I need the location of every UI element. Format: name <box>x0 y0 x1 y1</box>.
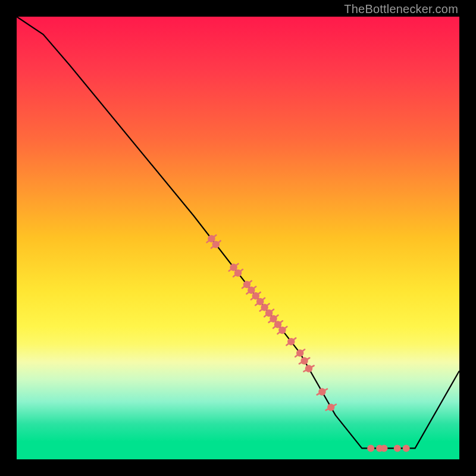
data-point-tick <box>236 264 239 266</box>
data-point-tick <box>273 326 276 328</box>
data-point-tick <box>278 331 281 334</box>
data-point <box>318 388 325 395</box>
data-point <box>367 444 374 452</box>
data-point-tick <box>286 343 289 346</box>
data-point-tick <box>255 303 258 305</box>
data-point-tick <box>211 246 214 248</box>
data-point-tick <box>242 286 245 289</box>
data-point-tick <box>271 309 274 312</box>
data-point-tick <box>302 349 305 352</box>
data-point-tick <box>249 281 252 283</box>
data-point <box>327 403 334 411</box>
chart-plot-area <box>17 17 459 459</box>
data-point-tick <box>333 405 336 406</box>
chart-stage: TheBottlenecker.com <box>0 0 476 476</box>
data-point <box>394 444 401 452</box>
data-point-tick <box>229 269 232 271</box>
data-point-tick <box>260 309 263 311</box>
data-point-tick <box>207 240 210 243</box>
data-point-tick <box>267 303 270 306</box>
data-point-tick <box>240 270 243 272</box>
bottleneck-curve <box>17 17 459 448</box>
slope-marker-group <box>207 235 336 411</box>
data-point-tick <box>264 315 267 317</box>
data-point-tick <box>280 321 283 323</box>
data-point-tick <box>253 287 256 289</box>
data-point <box>305 365 312 372</box>
data-point <box>300 357 308 364</box>
data-point-tick <box>295 355 298 357</box>
data-point-tick <box>275 315 278 318</box>
data-point-tick <box>293 338 296 340</box>
curve-layer <box>17 17 459 448</box>
data-point-tick <box>306 358 309 360</box>
data-point-tick <box>233 274 236 277</box>
data-point-tick <box>214 235 217 237</box>
chart-svg <box>17 17 459 459</box>
attribution-text: TheBottlenecker.com <box>344 2 458 16</box>
data-point-tick <box>269 320 272 322</box>
data-point-tick <box>251 298 254 300</box>
data-point <box>403 444 410 452</box>
data-point-tick <box>258 292 261 295</box>
data-point-tick <box>246 292 249 294</box>
data-point-tick <box>284 327 287 329</box>
data-point-tick <box>317 393 320 395</box>
data-point-tick <box>311 366 314 368</box>
data-point <box>381 444 388 452</box>
data-point-tick <box>218 241 221 243</box>
data-point-tick <box>262 298 265 300</box>
